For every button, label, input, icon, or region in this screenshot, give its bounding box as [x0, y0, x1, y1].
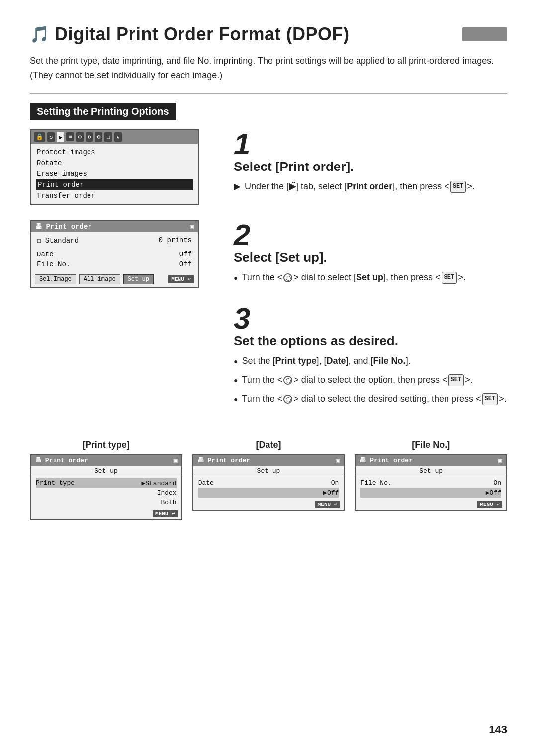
mini-header-3: 🖶 Print order ▣: [356, 455, 506, 466]
step3-bullet3: ● Turn the <> dial to select the desired…: [234, 392, 507, 407]
step-3-title: Set the options as desired.: [234, 334, 507, 349]
step-1-number: 1: [234, 129, 507, 159]
mini-title-2: 🖶 Print order: [197, 457, 251, 465]
step-3-right: 3 Set the options as desired. ● Set the …: [224, 304, 507, 410]
mini-row-fileno-off: ▶Off: [360, 488, 501, 498]
cam-tab-4: ≡: [66, 132, 74, 141]
dial-icon-1: [283, 273, 292, 282]
mini-footer-3: MENU ↩: [356, 499, 506, 510]
pom-row-standard: ☐ Standard 0 prints: [37, 235, 192, 246]
bottom-screen-date: 🖶 Print order ▣ Set up Date On ▶Off: [192, 454, 345, 520]
menu-item-protect: Protect images: [36, 147, 193, 158]
pom-fileno-label: File No.: [37, 260, 70, 268]
mini-subheader-2: Set up: [193, 466, 344, 476]
step3-instruction1: Set the [Print type], [Date], and [File …: [242, 354, 410, 369]
title-bar-decoration: [462, 27, 507, 41]
mini-menu-1: 🖶 Print order ▣ Set up Print type ▶Stand…: [30, 454, 182, 520]
mini-row-both: Both: [36, 498, 177, 507]
step-3-body: ● Set the [Print type], [Date], and [Fil…: [234, 354, 507, 406]
cam-tab-6: ⚙: [86, 132, 93, 142]
page-title: Digital Print Order Format (DPOF): [55, 24, 350, 45]
bottom-label-date: [Date]: [192, 440, 345, 450]
mini-row-print-type: Print type ▶Standard: [36, 478, 177, 488]
dial-icon-2: [283, 376, 292, 385]
title-icon: 🎵: [30, 25, 50, 44]
circle-icon-1: ●: [234, 272, 238, 284]
section-divider: [30, 93, 507, 94]
mini-menu-3: 🖶 Print order ▣ Set up File No. On ▶Off: [355, 454, 507, 511]
mini-title-1: 🖶 Print order: [35, 457, 88, 465]
step-2-row: 🖶 Print order ▣ ☐ Standard 0 prints Date…: [30, 220, 507, 289]
cam-tab-5: ⚙: [76, 132, 84, 142]
pom-row-date: Date Off: [37, 250, 192, 259]
steps-container: 🔒 ↻ ▶̈ ≡ ⚙ ⚙ ⚙ ☐ ★ Protect images Rotate…: [30, 129, 507, 425]
step-1-right: 1 Select [Print order]. ▶ Under the [▶̈]…: [224, 129, 507, 198]
step3-bullet1: ● Set the [Print type], [Date], and [Fil…: [234, 354, 507, 369]
step-2-number: 2: [234, 220, 507, 250]
step1-camera-menu: 🔒 ↻ ▶̈ ≡ ⚙ ⚙ ⚙ ☐ ★ Protect images Rotate…: [30, 129, 199, 205]
step2-instruction: Turn the <> dial to select [Set up], the…: [242, 270, 465, 285]
mini-menu-btn-2[interactable]: MENU ↩: [315, 501, 340, 508]
mini-icon-1: ▣: [174, 457, 178, 465]
pom-menu-btn[interactable]: MENU ↩: [168, 275, 194, 283]
mini-header-1: 🖶 Print order ▣: [31, 455, 181, 466]
step3-instruction3: Turn the <> dial to select the desired s…: [242, 392, 506, 407]
pom-standard-label: ☐ Standard: [37, 236, 79, 245]
mini-print-type-value: ▶Standard: [141, 479, 176, 487]
mini-subheader-3: Set up: [356, 466, 506, 476]
menu-item-print: Print order: [36, 179, 193, 190]
step-2-title: Select [Set up].: [234, 250, 507, 265]
mini-title-3: 🖶 Print order: [359, 457, 413, 465]
mini-menu-btn-1[interactable]: MENU ↩: [153, 510, 178, 517]
step-3-row: 3 Set the options as desired. ● Set the …: [30, 304, 507, 410]
cam-tab-7: ⚙: [95, 132, 102, 142]
step2-bullet1: ● Turn the <> dial to select [Set up], t…: [234, 270, 507, 285]
btn-sel-image[interactable]: Sel.Image: [35, 274, 76, 284]
page-number: 143: [489, 723, 507, 736]
camera-menu-topbar: 🔒 ↻ ▶̈ ≡ ⚙ ⚙ ⚙ ☐ ★: [31, 130, 198, 144]
circle-icon-4: ●: [234, 394, 238, 405]
circle-icon-2: ●: [234, 356, 238, 367]
step-1-row: 🔒 ↻ ▶̈ ≡ ⚙ ⚙ ⚙ ☐ ★ Protect images Rotate…: [30, 129, 507, 205]
mini-body-3: File No. On ▶Off: [356, 476, 506, 499]
section-heading: Setting the Printing Options: [30, 103, 176, 120]
pom-title: 🖶 Print order: [35, 223, 92, 231]
mini-footer-1: MENU ↩: [31, 508, 181, 519]
bottom-section: [Print type] [Date] [File No.] 🖶 Print o…: [30, 440, 507, 520]
mini-row-index: Index: [36, 488, 177, 498]
intro-text: Set the print type, date imprinting, and…: [30, 54, 507, 83]
step2-print-menu: 🖶 Print order ▣ ☐ Standard 0 prints Date…: [30, 220, 199, 288]
bottom-screens: 🖶 Print order ▣ Set up Print type ▶Stand…: [30, 454, 507, 520]
step-2-right: 2 Select [Set up]. ● Turn the <> dial to…: [224, 220, 507, 289]
pom-date-value: Off: [179, 251, 192, 258]
arrow-icon: ▶: [234, 179, 241, 194]
step1-bullet: ▶ Under the [▶̈] tab, select [Print orde…: [234, 179, 507, 194]
btn-set-up[interactable]: Set up: [123, 274, 154, 284]
mini-body-2: Date On ▶Off: [193, 476, 344, 499]
mini-print-type-label: Print type: [36, 479, 75, 487]
mini-date-on: On: [331, 479, 339, 487]
btn-all-image[interactable]: All image: [79, 274, 120, 284]
mini-fileno-label: File No.: [360, 479, 391, 487]
camera-menu-body: Protect images Rotate Erase images Print…: [31, 144, 198, 204]
pom-date-label: Date: [37, 251, 54, 258]
mini-menu-btn-3[interactable]: MENU ↩: [477, 501, 502, 508]
bottom-label-fileno: [File No.]: [355, 440, 507, 450]
page: 🎵 Digital Print Order Format (DPOF) Set …: [0, 0, 537, 756]
mini-both-value: Both: [151, 499, 176, 506]
cam-tab-1: 🔒: [34, 132, 45, 142]
mini-menu-2: 🖶 Print order ▣ Set up Date On ▶Off: [192, 454, 345, 511]
mini-row-fileno-on: File No. On: [360, 478, 501, 488]
pom-header: 🖶 Print order ▣: [31, 221, 198, 232]
mini-fileno-off: ▶Off: [486, 489, 501, 497]
mini-row-date-on: Date On: [198, 478, 339, 488]
step3-instruction2: Turn the <> dial to select the option, t…: [242, 373, 472, 388]
menu-item-erase: Erase images: [36, 168, 193, 179]
pom-standard-value: 0 prints: [159, 236, 192, 245]
mini-footer-2: MENU ↩: [193, 499, 344, 510]
step-3-number: 3: [234, 304, 507, 334]
cam-tab-9: ★: [114, 132, 122, 142]
circle-icon-3: ●: [234, 375, 238, 386]
bottom-screen-print-type: 🖶 Print order ▣ Set up Print type ▶Stand…: [30, 454, 182, 520]
step3-bullet2: ● Turn the <> dial to select the option,…: [234, 373, 507, 388]
